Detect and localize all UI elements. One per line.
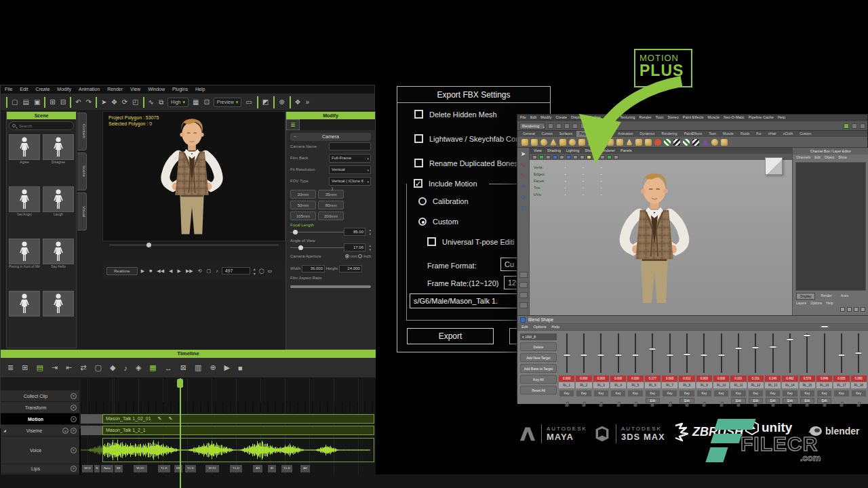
shelf-tab[interactable]: Toon (706, 131, 719, 137)
lock-icon[interactable] (840, 404, 843, 407)
shelf-icon[interactable] (521, 139, 528, 146)
remove-track-icon[interactable]: × (71, 428, 77, 434)
slider-value[interactable]: 0.000 (662, 375, 677, 382)
slider-value[interactable]: 0.000 (576, 375, 591, 382)
collapse-icon[interactable]: ∨ (62, 428, 68, 434)
timeline-toolbar-icon[interactable]: ⊠ (180, 363, 186, 372)
transport-button[interactable]: ◀ (169, 268, 172, 274)
export-option-row[interactable]: Lightwave / Skeychfab Com (414, 134, 521, 143)
timeline-header[interactable]: Timeline (1, 350, 376, 358)
toolbar-icon[interactable]: ▦ (193, 96, 199, 108)
key-button[interactable]: Key (714, 390, 728, 396)
toolbar-icon[interactable]: » (306, 96, 310, 108)
lock-icon[interactable] (651, 404, 654, 407)
timeline-toolbar-icon[interactable]: ■ (238, 364, 243, 372)
menu-item[interactable]: Window (148, 86, 165, 93)
move-tool-icon[interactable]: ✛ (521, 183, 526, 190)
lock-icon[interactable] (788, 404, 791, 407)
track-lips[interactable]: Lips× (1, 464, 79, 473)
timeline-toolbar-icon[interactable]: ⇄ (80, 363, 86, 372)
motion-clip[interactable]: Mason_Talk 1_02_01✎✎ (102, 414, 374, 424)
lock-icon[interactable] (685, 404, 688, 407)
layer-icon[interactable] (861, 307, 865, 312)
slider-handle[interactable] (855, 352, 863, 354)
voice-clip-outline[interactable] (102, 438, 374, 462)
side-tab[interactable]: Scene (77, 152, 87, 190)
slider-value[interactable]: 0.177 (645, 375, 660, 382)
key-button[interactable]: Key (852, 390, 866, 396)
status-icon[interactable] (548, 123, 553, 129)
toolbar-icon[interactable]: ⟳ (122, 96, 127, 108)
lens-preset-button[interactable]: 105mm (290, 211, 316, 220)
loop-icon[interactable]: ◯ (259, 268, 264, 274)
frame-stepper[interactable]: ▴▾ (254, 266, 256, 276)
panel-menu-item[interactable]: Shading (547, 148, 561, 153)
slider-value[interactable]: 0.000 (559, 375, 574, 382)
shelf-tab[interactable]: nHair (766, 131, 779, 137)
toolbar-icon[interactable]: ∿ (149, 96, 154, 108)
channel-menu-item[interactable]: Channels (796, 155, 810, 160)
channel-menu-item[interactable]: Show (838, 155, 847, 160)
timeline-toolbar-icon[interactable]: ▤ (36, 363, 43, 372)
phoneme-segment[interactable]: T.L.D (281, 465, 292, 472)
template-thumbnail[interactable]: Say Hello (43, 239, 74, 288)
inch-radio[interactable] (358, 254, 362, 258)
layer-menu-item[interactable]: Layers (796, 301, 806, 305)
menu-item[interactable]: Pipeline Cache (749, 115, 774, 121)
track-viseme[interactable]: ◢Viseme∨× (1, 425, 79, 436)
slider-handle[interactable] (649, 348, 656, 350)
timeline-toolbar-icon[interactable]: ◈ (136, 363, 141, 372)
panel-icon[interactable] (559, 155, 564, 159)
slider-area[interactable] (781, 332, 798, 374)
transport-button[interactable]: ▶ (141, 268, 144, 274)
menu-item[interactable]: Help (195, 86, 205, 93)
lens-preset-button[interactable]: 80mm (318, 201, 344, 209)
remove-track-icon[interactable]: × (71, 447, 77, 453)
slider-value[interactable]: 0.060 (851, 375, 867, 382)
tpose-checkbox[interactable] (427, 237, 436, 246)
blend-shape-button[interactable]: Add New Target (520, 353, 557, 362)
lock-icon[interactable] (668, 404, 671, 407)
slider-value[interactable]: 0.000 (713, 375, 729, 382)
layer-tab[interactable]: Render (817, 293, 835, 300)
panel-icon[interactable] (532, 155, 537, 159)
key-button[interactable]: Key (576, 390, 591, 396)
slider-handle[interactable] (631, 354, 639, 357)
slider-value[interactable]: 0.579 (800, 375, 815, 382)
slider-area[interactable] (627, 332, 644, 374)
track-transform[interactable]: Transform× (1, 402, 79, 413)
key-button[interactable]: Key (834, 390, 848, 396)
phoneme-segment[interactable]: W.OI (82, 465, 93, 472)
slider-value[interactable]: 0.000 (610, 375, 626, 382)
blend-shape-menu-item[interactable]: Edit (521, 325, 528, 329)
lock-icon[interactable] (599, 404, 603, 407)
panel-menu-item[interactable]: View (534, 148, 542, 153)
radio-row[interactable]: Calibration (418, 197, 469, 205)
width-field[interactable]: 36.000 (302, 265, 325, 272)
viseme-clip-row[interactable]: Mason_Talk 1_2_1 (81, 425, 376, 436)
transport-button[interactable]: ♪ (216, 268, 218, 273)
timeline-toolbar-icon[interactable]: ≣ (7, 363, 14, 372)
motion-clip-row[interactable]: Mason_Talk 1_02_01✎✎ (81, 413, 376, 424)
phoneme-segment[interactable]: AH (300, 465, 310, 472)
shelf-icon[interactable] (721, 139, 728, 146)
export-option-row[interactable]: Delete Hidden Mesh (414, 110, 497, 119)
lock-icon[interactable] (616, 404, 620, 407)
toolbar-icon[interactable]: ↶ (75, 96, 81, 108)
phoneme-segment[interactable]: T.L.D (185, 465, 196, 472)
layer-menu-item[interactable]: Options (810, 301, 822, 305)
radio-button[interactable] (418, 197, 427, 205)
slider-area[interactable] (575, 332, 592, 374)
rotate-tool-icon[interactable]: ⟳ (521, 194, 526, 201)
menu-item[interactable]: Modify (540, 115, 551, 121)
blend-shape-menu-item[interactable]: Help (551, 325, 559, 329)
transport-button[interactable]: ■ (149, 268, 152, 273)
slider-handle[interactable] (752, 346, 760, 349)
timeline-toolbar-icon[interactable]: ⊞ (22, 363, 28, 372)
slider-handle[interactable] (614, 354, 622, 357)
lock-icon[interactable] (857, 404, 861, 407)
slider-handle[interactable] (786, 338, 793, 341)
track-voice[interactable]: Voice× (1, 436, 79, 464)
scale-tool-icon[interactable]: ◰ (520, 205, 526, 211)
toolbar-icon[interactable]: ➤ (101, 96, 106, 108)
